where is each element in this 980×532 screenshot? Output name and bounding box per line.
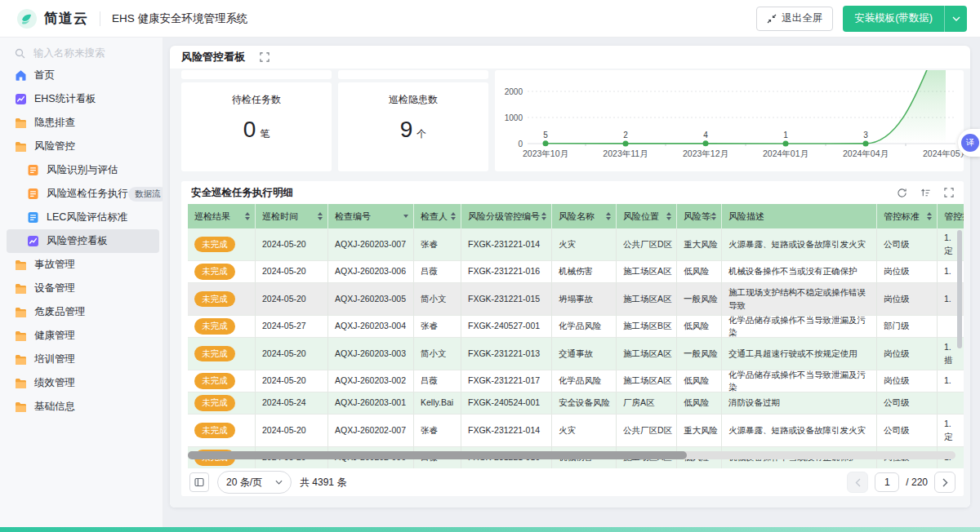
sidebar: 首页EHS统计看板隐患排查风险管控风险识别与评估风险巡检任务执行数据流LEC风险… <box>0 38 163 527</box>
sidebar-item[interactable]: 危废品管理 <box>7 300 159 324</box>
search-input[interactable] <box>32 47 149 60</box>
column-header[interactable]: 检查人 <box>414 204 461 228</box>
result-cell: 未完成 <box>188 316 256 338</box>
table-cell: 2024-05-20 <box>256 415 328 447</box>
result-cell: 未完成 <box>188 415 256 447</box>
divider <box>100 11 100 26</box>
table-cell: 低风险 <box>677 316 722 338</box>
column-header[interactable]: 检查编号 <box>328 204 414 228</box>
folder-icon <box>15 353 27 366</box>
table-info-icon[interactable] <box>189 472 209 492</box>
svg-text:2024年01月: 2024年01月 <box>763 149 808 158</box>
table-row[interactable]: 未完成2024-05-27AQXJ-260203-004张睿FXGK-24052… <box>188 316 964 338</box>
column-header[interactable]: 风险位置 <box>617 204 677 228</box>
sort-settings-icon[interactable] <box>920 188 931 198</box>
sidebar-item[interactable]: 基础信息 <box>7 395 159 419</box>
chevron-down-icon <box>275 480 283 485</box>
fullscreen-icon[interactable] <box>260 52 270 62</box>
next-page-button[interactable] <box>934 472 956 493</box>
sidebar-item[interactable]: 事故管理 <box>7 253 159 277</box>
result-cell: 未完成 <box>188 261 256 283</box>
table-cell <box>938 392 964 415</box>
stat-card-pending-tasks: 待检任务数 0 笔 <box>181 82 332 171</box>
sidebar-item[interactable]: 风险管控 <box>7 135 159 158</box>
table-cell: 交通工具超速行驶或不按规定使用 <box>722 338 877 370</box>
exit-fullscreen-icon <box>767 14 777 24</box>
column-header[interactable]: 风险名称 <box>552 204 617 228</box>
brand-name: 简道云 <box>44 9 88 28</box>
table-row[interactable]: 未完成2024-05-20AQXJ-260202-007张睿FXGK-23122… <box>188 415 964 447</box>
page-size-select[interactable]: 20 条/页 <box>217 471 292 494</box>
sidebar-item-label: 健康管理 <box>34 329 75 343</box>
table-cell: 2024-05-20 <box>256 283 328 316</box>
sidebar-subitem[interactable]: 风险巡检任务执行数据流 <box>7 182 159 206</box>
table-row[interactable]: 未完成2024-05-20AQXJ-260203-003简小文FXGK-2312… <box>188 338 964 370</box>
column-header[interactable]: 风险分级管控编号 <box>461 204 552 228</box>
sidebar-item[interactable]: 首页 <box>7 64 159 87</box>
table-horizontal-scrollbar[interactable] <box>188 451 956 459</box>
table-cell: 岗位级 <box>877 370 938 392</box>
column-header[interactable]: 巡检时间 <box>256 204 328 228</box>
result-cell: 未完成 <box>188 392 256 415</box>
sidebar-item[interactable]: 绩效管理 <box>7 371 159 395</box>
stat-title: 待检任务数 <box>232 93 281 107</box>
table-row[interactable]: 未完成2024-05-20AQXJ-260203-002吕薇FXGK-23122… <box>188 370 964 392</box>
refresh-icon[interactable] <box>897 188 907 198</box>
sidebar-menu: 首页EHS统计看板隐患排查风险管控风险识别与评估风险巡检任务执行数据流LEC风险… <box>0 64 163 419</box>
sort-icon <box>927 212 933 220</box>
folder-icon <box>15 401 27 413</box>
status-badge: 未完成 <box>194 423 235 438</box>
stat-value: 0 <box>243 118 256 141</box>
main-area: 风险管控看板 待检任务数 0 笔 巡检隐患数 9 个 <box>163 38 980 527</box>
table-row[interactable]: 未完成2024-05-20AQXJ-260203-007张睿FXGK-23122… <box>188 228 964 261</box>
table-cell: 张睿 <box>414 228 461 261</box>
install-template-caret[interactable] <box>944 6 967 32</box>
table-cell: AQXJ-260202-007 <box>328 415 414 447</box>
stat-card-inspection-hazards: 巡检隐患数 9 个 <box>338 82 488 171</box>
table-fullscreen-icon[interactable] <box>944 188 954 197</box>
sidebar-item[interactable]: 设备管理 <box>7 277 159 300</box>
scrollbar-thumb[interactable] <box>188 451 687 459</box>
column-header[interactable]: 管控标准 <box>877 204 938 228</box>
table-cell: 简小文 <box>414 283 461 316</box>
sidebar-item[interactable]: 培训管理 <box>7 348 159 371</box>
stat-title: 巡检隐患数 <box>389 93 438 107</box>
sidebar-item-label: EHS统计看板 <box>34 92 96 106</box>
table-cell: 低风险 <box>677 370 722 392</box>
page-number-input[interactable] <box>875 472 899 492</box>
dashboard-icon <box>15 93 27 105</box>
exit-fullscreen-button[interactable]: 退出全屏 <box>756 7 833 31</box>
svg-text:4: 4 <box>703 131 708 140</box>
table-cell: 吕薇 <box>414 370 461 392</box>
column-header[interactable]: 巡检结果 <box>188 204 256 228</box>
folder-icon <box>15 259 27 271</box>
table-grid: 巡检结果巡检时间检查编号检查人风险分级管控编号风险名称风险位置风险等级风险描述管… <box>188 204 964 468</box>
table-row[interactable]: 未完成2024-05-20AQXJ-260203-006吕薇FXGK-23122… <box>188 261 964 283</box>
sidebar-item-label: 隐患排查 <box>34 116 75 130</box>
sidebar-item-label: 风险识别与评估 <box>47 163 118 177</box>
top-navbar: 简道云 EHS 健康安全环境管理系统 退出全屏 安装模板(带数据) <box>0 0 980 38</box>
column-header[interactable]: 风险等级 <box>677 204 722 228</box>
sidebar-subitem[interactable]: 风险管控看板 <box>7 229 159 253</box>
table-row[interactable]: 未完成2024-05-20AQXJ-260203-005简小文FXGK-2312… <box>188 283 964 316</box>
table-cell: 2024-05-20 <box>256 370 328 392</box>
sidebar-subitem[interactable]: 风险识别与评估 <box>7 158 159 182</box>
home-icon <box>15 69 27 82</box>
sidebar-item[interactable]: 健康管理 <box>7 324 159 348</box>
sidebar-item[interactable]: EHS统计看板 <box>7 87 159 111</box>
prev-page-button[interactable] <box>847 472 868 493</box>
table-cell: 施工场区A区 <box>617 283 677 316</box>
table-row[interactable]: 未完成2024-05-24AQXJ-260203-001Kelly.BaiFXG… <box>188 392 964 415</box>
install-template-main[interactable]: 安装模板(带数据) <box>843 6 944 32</box>
table-vertical-scrollbar[interactable] <box>957 230 962 348</box>
table-cell: 2024-05-20 <box>256 261 328 283</box>
translate-widget[interactable]: 译 <box>958 129 980 157</box>
table-cell: 简小文 <box>414 338 461 370</box>
svg-text:2024年05月: 2024年05月 <box>923 149 964 158</box>
dataflow-badge: 数据流 <box>128 187 163 202</box>
sidebar-item-label: 培训管理 <box>34 352 75 366</box>
sidebar-item[interactable]: 隐患排查 <box>7 111 159 135</box>
brand[interactable]: 简道云 <box>16 8 88 29</box>
table-cell: 1. 定 <box>938 415 964 447</box>
sidebar-subitem[interactable]: LEC风险评估标准 <box>7 206 159 229</box>
